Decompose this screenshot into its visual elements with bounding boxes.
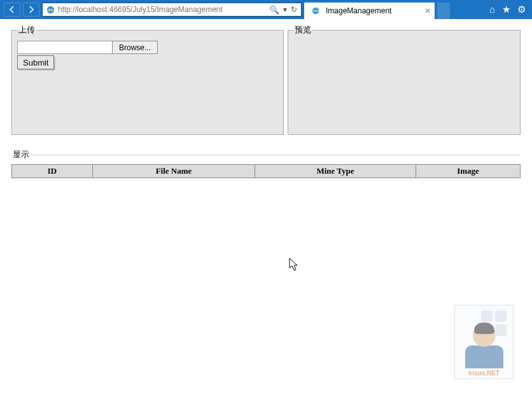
settings-icon[interactable]: ⚙ (517, 4, 526, 15)
browser-toolbar: 🔍 ▾ ↻ ImageManagement ✕ ⌂ ★ ⚙ (0, 0, 532, 19)
mouse-cursor-icon (289, 258, 299, 272)
page-content: 上传 Browse... Submit 预览 显示 ID File Name M… (0, 19, 532, 397)
url-input[interactable] (58, 5, 265, 14)
browser-tab[interactable]: ImageManagement ✕ (304, 3, 435, 19)
back-button[interactable] (4, 3, 20, 17)
watermark: Insus.NET (454, 305, 514, 379)
favorites-icon[interactable]: ★ (502, 4, 510, 15)
refresh-icon[interactable]: ↻ (291, 5, 297, 14)
ie-logo-icon (45, 4, 56, 15)
display-legend: 显示 (11, 149, 31, 160)
dropdown-icon[interactable]: ▾ (283, 5, 287, 14)
data-grid: ID File Name Mine Type Image (11, 164, 521, 178)
preview-fieldset: 预览 (288, 24, 521, 135)
upload-fieldset: 上传 Browse... Submit (11, 24, 284, 135)
browse-button[interactable]: Browse... (112, 41, 158, 54)
tab-favicon-icon (310, 5, 321, 17)
col-id: ID (12, 165, 93, 178)
forward-button[interactable] (23, 3, 39, 17)
col-mimetype: Mine Type (255, 165, 416, 178)
file-path-input[interactable] (17, 41, 113, 54)
col-image: Image (416, 165, 521, 178)
search-icon[interactable]: 🔍 (269, 5, 279, 15)
new-tab-button[interactable] (437, 3, 450, 19)
table-header-row: ID File Name Mine Type Image (12, 165, 521, 178)
submit-button[interactable]: Submit (17, 55, 54, 69)
tab-close-icon[interactable]: ✕ (424, 6, 431, 15)
chrome-right-icons: ⌂ ★ ⚙ (489, 4, 528, 15)
watermark-text: Insus.NET (468, 370, 500, 377)
tab-title: ImageManagement (326, 6, 391, 15)
preview-legend: 预览 (293, 24, 312, 36)
display-fieldset: 显示 ID File Name Mine Type Image (11, 149, 521, 178)
address-bar[interactable]: 🔍 ▾ ↻ (42, 3, 302, 17)
address-icons: 🔍 ▾ ↻ (265, 5, 301, 15)
col-filename: File Name (93, 165, 255, 178)
home-icon[interactable]: ⌂ (489, 4, 495, 15)
upload-legend: 上传 (17, 24, 36, 36)
